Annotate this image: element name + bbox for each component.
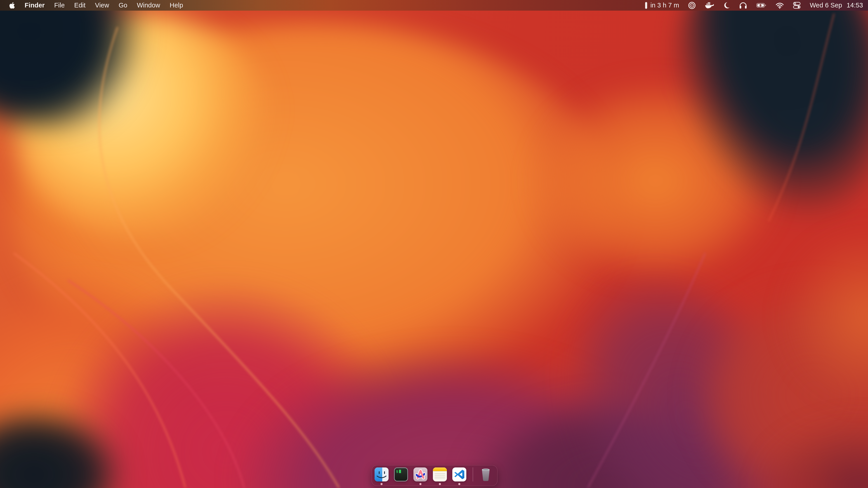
terminal-icon: $	[394, 467, 408, 482]
countdown-text: in 3 h 7 m	[650, 2, 679, 9]
trash-icon	[479, 467, 492, 482]
docker-icon[interactable]	[705, 2, 714, 9]
menu-file[interactable]: File	[54, 2, 65, 9]
dock-item-trash[interactable]	[479, 467, 492, 482]
clock-date: Wed 6 Sep	[810, 2, 842, 9]
wifi-icon[interactable]	[776, 2, 784, 8]
desktop: Finder File Edit View Go Window Help in …	[0, 0, 868, 488]
dock-item-arc[interactable]	[413, 467, 428, 482]
dock-item-notes[interactable]	[433, 467, 447, 482]
vscode-icon	[452, 467, 466, 482]
menu-bar-status-area: in 3 h 7 m	[645, 2, 863, 9]
finder-icon	[375, 467, 389, 482]
countdown-pill-icon	[645, 2, 647, 9]
battery-charging-icon[interactable]	[756, 3, 767, 8]
wallpaper	[0, 0, 868, 488]
menu-bar-clock[interactable]: Wed 6 Sep 14:53	[810, 2, 863, 9]
clock-time: 14:53	[846, 2, 863, 9]
headphones-icon[interactable]	[739, 2, 747, 9]
menu-bar: Finder File Edit View Go Window Help in …	[0, 0, 868, 11]
1password-icon[interactable]	[688, 2, 696, 9]
menu-go[interactable]: Go	[119, 2, 127, 9]
menu-view[interactable]: View	[95, 2, 109, 9]
svg-text:$: $	[396, 469, 398, 474]
dock: $	[372, 465, 498, 486]
menu-app-name[interactable]: Finder	[25, 2, 45, 9]
dock-separator	[473, 467, 473, 482]
menu-help[interactable]: Help	[170, 2, 183, 9]
running-indicator-dot	[439, 483, 441, 485]
menu-bar-left: Finder File Edit View Go Window Help	[9, 2, 183, 9]
apple-icon[interactable]	[9, 2, 15, 9]
running-indicator-dot	[381, 483, 383, 485]
dock-item-vscode[interactable]	[452, 467, 466, 482]
control-center-icon[interactable]	[793, 2, 801, 9]
wallpaper-ridge-highlights	[0, 0, 868, 488]
dock-item-finder[interactable]	[375, 467, 389, 482]
arc-browser-icon	[413, 467, 428, 482]
menu-edit[interactable]: Edit	[74, 2, 86, 9]
running-indicator-dot	[458, 483, 460, 485]
running-indicator-dot	[420, 483, 422, 485]
notes-icon	[433, 467, 447, 482]
event-countdown[interactable]: in 3 h 7 m	[645, 2, 679, 9]
menu-window[interactable]: Window	[137, 2, 160, 9]
focus-moon-icon[interactable]	[723, 2, 730, 9]
dock-item-terminal[interactable]: $	[394, 467, 408, 482]
